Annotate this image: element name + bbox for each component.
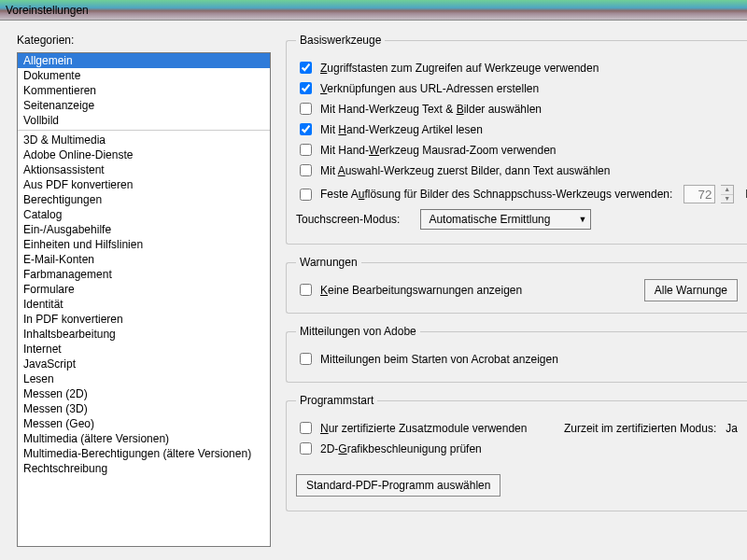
category-item[interactable]: Ein-/Ausgabehilfe <box>18 222 270 237</box>
basic-tool-checkbox[interactable] <box>300 82 312 94</box>
category-item[interactable]: Rechtschreibung <box>18 461 270 476</box>
category-item[interactable]: Messen (2D) <box>18 386 270 401</box>
group-warnings-legend: Warnungen <box>296 256 361 269</box>
group-adobe-messages: Mitteilungen von Adobe Mitteilungen beim… <box>286 325 747 383</box>
category-item[interactable]: Seitenanzeige <box>18 98 270 113</box>
category-item[interactable]: Inhaltsbearbeitung <box>18 327 270 342</box>
group-basic-tools: Basiswerkzeuge Zugriffstasten zum Zugrei… <box>286 34 747 245</box>
fixed-resolution-stepper[interactable]: ▲▼ <box>721 185 734 203</box>
category-item[interactable]: Formulare <box>18 282 270 297</box>
categories-listbox[interactable]: AllgemeinDokumenteKommentierenSeitenanze… <box>17 52 271 547</box>
fixed-resolution-value[interactable] <box>684 185 715 203</box>
category-item[interactable]: In PDF konvertieren <box>18 312 270 327</box>
categories-label: Kategorien: <box>17 34 271 47</box>
touchscreen-mode-label: Touchscreen-Modus: <box>296 213 400 226</box>
category-item[interactable]: 3D & Multimedia <box>18 133 270 147</box>
show-messages-label: Mitteilungen beim Starten von Acrobat an… <box>320 353 558 366</box>
group-basic-tools-legend: Basiswerkzeuge <box>296 34 385 47</box>
category-item[interactable]: Dokumente <box>18 68 270 83</box>
basic-tool-label: Zugriffstasten zum Zugreifen auf Werkzeu… <box>320 62 599 75</box>
default-pdf-program-button[interactable]: Standard-PDF-Programm auswählen <box>296 474 500 497</box>
category-item[interactable]: Multimedia (ältere Versionen) <box>18 431 270 446</box>
group-program-start-legend: Programmstart <box>296 394 377 407</box>
basic-tool-checkbox[interactable] <box>300 123 312 135</box>
basic-tool-checkbox[interactable] <box>300 164 312 176</box>
category-item[interactable]: Identität <box>18 297 270 312</box>
window-title: Voreinstellungen <box>6 4 89 17</box>
category-item[interactable]: E-Mail-Konten <box>18 252 270 267</box>
category-item[interactable]: Adobe Online-Dienste <box>18 147 270 162</box>
basic-tool-label: Mit Hand-Werkzeug Text & Bilder auswähle… <box>320 103 542 116</box>
category-item[interactable]: Lesen <box>18 371 270 386</box>
show-messages-checkbox[interactable] <box>300 353 312 365</box>
touchscreen-mode-dropdown[interactable]: Automatische Ermittlung ▼ <box>420 209 591 230</box>
category-item[interactable]: Aus PDF konvertieren <box>18 177 270 192</box>
category-item[interactable]: Farbmanagement <box>18 267 270 282</box>
category-item[interactable]: Aktionsassistent <box>18 162 270 177</box>
basic-tool-label: Verknüpfungen aus URL-Adressen erstellen <box>320 82 539 95</box>
group-warnings: Warnungen Keine Bearbeitungswarnungen an… <box>286 256 747 314</box>
category-item[interactable]: Messen (3D) <box>18 401 270 416</box>
basic-tool-checkbox[interactable] <box>300 144 312 156</box>
category-item[interactable]: Allgemein <box>18 53 270 68</box>
category-item[interactable]: Internet <box>18 342 270 357</box>
fixed-resolution-label: Feste Auflösung für Bilder des Schnappsc… <box>320 188 672 201</box>
category-item[interactable]: Einheiten und Hilfslinien <box>18 237 270 252</box>
basic-tool-label: Mit Auswahl-Werkzeug zuerst Bilder, dann… <box>320 164 610 177</box>
group-program-start: Programmstart Nur zertifizierte Zusatzmo… <box>286 394 747 511</box>
category-item[interactable]: Catalog <box>18 207 270 222</box>
no-edit-warnings-checkbox[interactable] <box>300 284 312 296</box>
fixed-resolution-checkbox[interactable] <box>300 189 312 201</box>
2d-acceleration-label: 2D-Grafikbeschleunigung prüfen <box>320 442 482 455</box>
certified-plugins-checkbox[interactable] <box>300 422 312 434</box>
certified-mode-status: Zurzeit im zertifizierten Modus: Ja <box>564 422 738 435</box>
window-titlebar: Voreinstellungen <box>0 0 747 21</box>
category-item[interactable]: Vollbild <box>18 113 270 128</box>
group-adobe-messages-legend: Mitteilungen von Adobe <box>296 325 420 338</box>
basic-tool-checkbox[interactable] <box>300 62 312 74</box>
category-item[interactable]: Kommentieren <box>18 83 270 98</box>
certified-plugins-label: Nur zertifizierte Zusatzmodule verwenden <box>320 422 527 435</box>
reset-warnings-button[interactable]: Alle Warnunge <box>644 279 738 301</box>
basic-tool-label: Mit Hand-Werkzeug Mausrad-Zoom verwenden <box>320 144 557 157</box>
category-item[interactable]: JavaScript <box>18 357 270 371</box>
no-edit-warnings-label: Keine Bearbeitungswarnungen anzeigen <box>320 284 522 297</box>
category-item[interactable]: Multimedia-Berechtigungen (ältere Versio… <box>18 446 270 461</box>
basic-tool-checkbox[interactable] <box>300 103 312 115</box>
basic-tool-label: Mit Hand-Werkzeug Artikel lesen <box>320 123 483 136</box>
2d-acceleration-checkbox[interactable] <box>300 442 312 455</box>
category-item[interactable]: Messen (Geo) <box>18 416 270 431</box>
category-item[interactable]: Berechtigungen <box>18 192 270 207</box>
chevron-down-icon: ▼ <box>578 215 586 224</box>
